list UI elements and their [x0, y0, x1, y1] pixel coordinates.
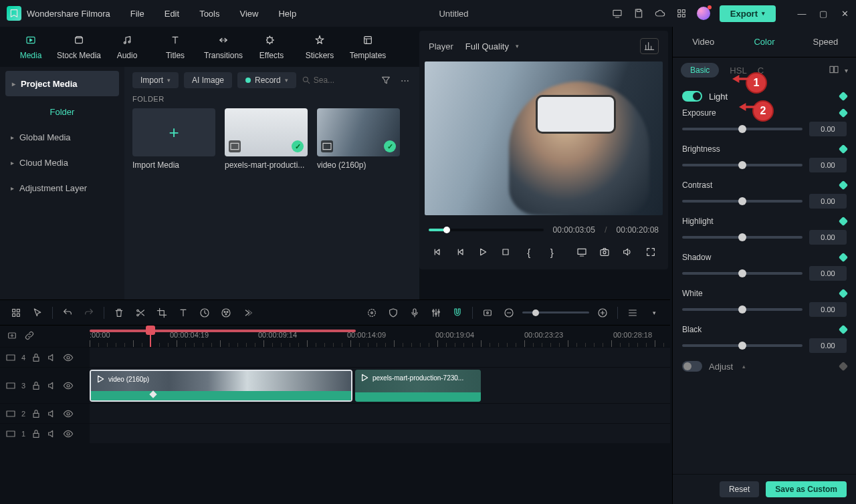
tl-cursor-icon[interactable] [29, 305, 45, 321]
device-icon[interactable] [611, 7, 623, 19]
speed-icon[interactable] [197, 305, 213, 321]
subtab-basic[interactable]: Basic [681, 63, 719, 78]
keyframe-icon[interactable] [839, 108, 848, 118]
exposure-value[interactable]: 0.00 [809, 122, 847, 136]
record-button[interactable]: Record▾ [237, 72, 296, 88]
color-icon[interactable] [218, 305, 234, 321]
magnet-icon[interactable] [449, 305, 465, 321]
track-lane[interactable] [90, 404, 670, 423]
tl-layout-icon[interactable] [8, 305, 24, 321]
shield-icon[interactable] [385, 305, 401, 321]
search-input[interactable]: Sea... [302, 76, 374, 85]
filter-icon[interactable] [379, 75, 393, 86]
playhead[interactable] [150, 326, 151, 347]
lock-icon[interactable] [31, 408, 41, 419]
keyframe-icon[interactable] [839, 217, 848, 226]
reset-button[interactable]: Reset [720, 481, 759, 497]
keyframe-icon[interactable] [839, 180, 848, 190]
black-slider[interactable] [682, 344, 802, 347]
keyframe-icon[interactable] [839, 144, 848, 154]
mode-effects[interactable]: Effects [247, 32, 296, 67]
shadow-value[interactable]: 0.00 [809, 266, 847, 281]
keyframe-icon[interactable] [839, 289, 848, 298]
cloud-icon[interactable] [654, 7, 666, 19]
step-back-icon[interactable] [451, 243, 467, 261]
mute-icon[interactable] [47, 408, 58, 419]
media-thumb[interactable]: ✓ pexels-mart-producti... [225, 108, 308, 170]
black-value[interactable]: 0.00 [809, 338, 847, 353]
exposure-slider[interactable] [682, 128, 802, 130]
mode-templates[interactable]: Templates [344, 32, 392, 67]
import-media-tile[interactable]: + Import Media [132, 108, 215, 170]
sidebar-folder[interactable]: Folder [0, 99, 124, 124]
white-value[interactable]: 0.00 [809, 302, 847, 317]
menu-tools[interactable]: Tools [199, 9, 219, 19]
chevron-down-icon[interactable]: ▾ [845, 67, 848, 74]
compare-icon[interactable] [829, 64, 839, 77]
window-minimize[interactable]: — [797, 9, 807, 19]
lock-icon[interactable] [31, 428, 41, 439]
scopes-icon[interactable] [640, 38, 659, 54]
menu-help[interactable]: Help [278, 9, 296, 19]
media-thumb[interactable]: ✓ video (2160p) [317, 108, 400, 170]
player-canvas[interactable] [425, 61, 663, 215]
play-icon[interactable] [475, 243, 491, 261]
keyframe-icon[interactable] [839, 325, 848, 334]
quality-dropdown[interactable]: Full Quality▾ [465, 41, 519, 51]
more-tools-icon[interactable] [239, 305, 255, 321]
undo-icon[interactable] [60, 305, 76, 321]
mixer-icon[interactable] [428, 305, 444, 321]
mode-transitions[interactable]: Transitions [199, 32, 247, 67]
link-icon[interactable] [24, 330, 35, 343]
mode-stock[interactable]: Stock Media [55, 32, 103, 67]
mode-media[interactable]: Media [7, 32, 55, 67]
window-close[interactable]: ✕ [840, 9, 849, 19]
zoom-out-icon[interactable] [501, 305, 517, 321]
timeline-ruler[interactable]: :00:0000:00:04:1900:00:09:1400:00:14:090… [90, 326, 670, 347]
shadow-slider[interactable] [682, 272, 802, 275]
delete-icon[interactable] [111, 305, 127, 321]
track-lane[interactable] [90, 348, 670, 367]
tl-options-icon[interactable]: ▾ [646, 305, 662, 321]
sidebar-global-media[interactable]: ▸Global Media [0, 124, 124, 150]
visibility-icon[interactable] [63, 408, 74, 419]
adjust-toggle[interactable] [682, 361, 702, 372]
stop-icon[interactable] [498, 243, 514, 261]
mode-titles[interactable]: Titles [151, 32, 199, 67]
zoom-in-icon[interactable] [595, 305, 611, 321]
prev-frame-icon[interactable] [429, 243, 445, 261]
sidebar-project-media[interactable]: ▸Project Media [5, 71, 119, 96]
text-icon[interactable] [175, 305, 191, 321]
menu-edit[interactable]: Edit [165, 9, 179, 19]
tab-color[interactable]: Color [734, 37, 794, 47]
zoom-slider[interactable] [522, 311, 589, 313]
sidebar-adjustment-layer[interactable]: ▸Adjustment Layer [0, 175, 124, 201]
brightness-slider[interactable] [682, 164, 802, 166]
import-button[interactable]: Import▾ [132, 72, 179, 88]
menu-view[interactable]: View [239, 9, 258, 19]
tab-video[interactable]: Video [673, 37, 734, 47]
snapshot-icon[interactable] [597, 243, 613, 261]
contrast-slider[interactable] [682, 200, 802, 203]
tracks-view-icon[interactable] [625, 305, 641, 321]
mute-icon[interactable] [47, 352, 58, 363]
mode-audio[interactable]: Audio [103, 32, 151, 67]
lock-icon[interactable] [31, 380, 41, 391]
timeline-clip[interactable]: pexels-mart-production-7230... [355, 370, 481, 402]
mic-icon[interactable] [407, 305, 423, 321]
white-slider[interactable] [682, 308, 802, 311]
ai-image-button[interactable]: AI Image [184, 72, 232, 88]
mute-icon[interactable] [47, 428, 58, 439]
track-lane[interactable]: video (2160p) pexels-mart-production-723… [90, 368, 670, 403]
sidebar-cloud-media[interactable]: ▸Cloud Media [0, 150, 124, 175]
mark-out-icon[interactable]: } [544, 243, 560, 261]
avatar[interactable] [697, 7, 710, 20]
split-icon[interactable] [132, 305, 148, 321]
light-toggle[interactable] [682, 91, 702, 102]
save-custom-button[interactable]: Save as Custom [766, 481, 847, 497]
visibility-icon[interactable] [63, 352, 74, 363]
group-adjust[interactable]: Adjust ▴ [682, 361, 847, 372]
menu-file[interactable]: File [130, 9, 144, 19]
crop-icon[interactable] [154, 305, 170, 321]
visibility-icon[interactable] [63, 380, 74, 391]
